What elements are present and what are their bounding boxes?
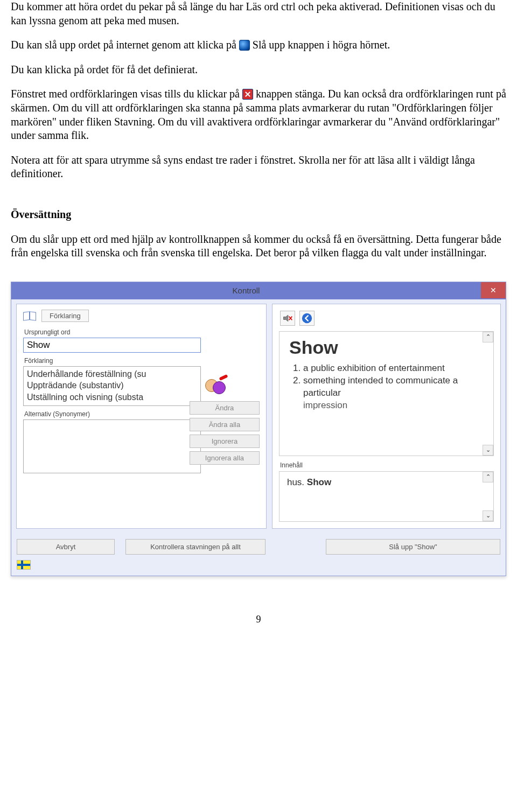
globe-icon (239, 40, 250, 51)
page-number: 9 (11, 614, 506, 625)
lookup-button[interactable]: Slå upp "Show" (326, 539, 500, 555)
paragraph: Om du slår upp ett ord med hjälp av kont… (11, 233, 506, 260)
scroll-up-button[interactable]: ⌃ (483, 472, 493, 482)
cancel-button[interactable]: Avbryt (17, 539, 115, 555)
explanation-label: Förklaring (24, 357, 260, 365)
content-text-bold: Show (307, 477, 331, 487)
check-spelling-button[interactable]: Kontrollera stavningen på allt (125, 539, 266, 555)
content-text: hus. (287, 477, 307, 487)
back-icon[interactable] (299, 311, 315, 326)
dictionary-pane: ⌃ Show a public exhibition of entertainm… (279, 331, 494, 456)
paragraph: Fönstret med ordförklaringen visas tills… (11, 87, 506, 142)
dictionary-heading: Show (289, 337, 487, 358)
text-run: Du kan slå upp ordet på internet genom a… (11, 39, 239, 51)
paragraph: Du kommer att höra ordet du pekar på så … (11, 0, 506, 27)
synonyms-listbox[interactable] (23, 419, 201, 473)
swedish-flag-icon[interactable] (17, 560, 31, 570)
bottom-bar: Avbryt Kontrollera stavningen på allt Sl… (11, 534, 506, 561)
flag-row (11, 560, 506, 576)
definition-item: something intended to communicate a part… (303, 375, 487, 412)
svg-point-3 (302, 313, 312, 323)
paragraph: Du kan slå upp ordet på internet genom a… (11, 38, 506, 52)
text-run: Fönstret med ordförklaringen visas tills… (11, 88, 242, 100)
text-run: Slå upp knappen i högra hörnet. (253, 39, 390, 51)
tab-forklaring[interactable]: Förklaring (41, 310, 89, 322)
scroll-down-button[interactable]: ⌄ (483, 445, 493, 456)
kontroll-window: Kontroll ✕ Förklaring Ursprungligt ord F… (11, 282, 506, 577)
drama-masks-icon (204, 377, 226, 395)
left-panel: Förklaring Ursprungligt ord Förklaring U… (16, 304, 267, 529)
original-word-input[interactable] (23, 338, 201, 353)
svg-marker-0 (283, 315, 288, 321)
scroll-down-button[interactable]: ⌄ (483, 510, 493, 521)
definition-list: a public exhibition of entertainment som… (289, 362, 487, 412)
window-title: Kontroll (11, 286, 481, 295)
speaker-mute-icon[interactable] (280, 311, 295, 326)
close-icon (242, 89, 253, 100)
book-icon (23, 311, 36, 320)
section-heading: Översättning (11, 208, 506, 222)
change-button[interactable]: Ändra (190, 401, 260, 415)
change-all-button[interactable]: Ändra alla (190, 418, 260, 431)
original-word-label: Ursprungligt ord (24, 328, 260, 336)
paragraph: Du kan klicka på ordet för få det defini… (11, 63, 506, 77)
paragraph: Notera att för att spara utrymme så syns… (11, 153, 506, 181)
window-close-button[interactable]: ✕ (481, 282, 506, 298)
definition-item: a public exhibition of entertainment (303, 362, 487, 375)
ignore-all-button[interactable]: Ignorera alla (190, 451, 260, 465)
content-pane: ⌃ hus. Show ⌄ (279, 471, 494, 522)
ignore-button[interactable]: Ignorera (190, 435, 260, 448)
explanation-textarea[interactable]: Underhållande föreställning (su Uppträda… (23, 366, 201, 406)
titlebar: Kontroll ✕ (11, 282, 506, 299)
right-panel: ⌃ Show a public exhibition of entertainm… (272, 304, 501, 529)
content-label: Innehåll (280, 461, 494, 469)
scroll-up-button[interactable]: ⌃ (483, 332, 493, 342)
